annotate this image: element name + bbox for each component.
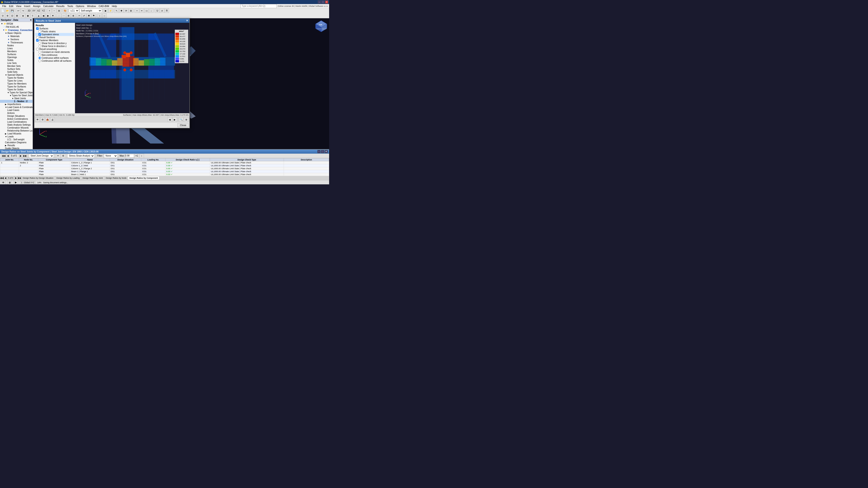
shear-y-item[interactable]: Shear force in direction y: [35, 42, 74, 45]
results-tb-nav-prev[interactable]: ◀: [167, 117, 172, 122]
tab-page-prev[interactable]: ◀: [4, 176, 7, 180]
tb-undo[interactable]: ↩: [16, 8, 21, 13]
tb2-19[interactable]: ⚑: [91, 13, 96, 18]
tb-render[interactable]: 🎨: [63, 8, 67, 13]
results-dialog-close-icon[interactable]: ✕: [186, 19, 188, 22]
basic-expand[interactable]: ▼: [5, 32, 7, 34]
tab-design-ratios-loading[interactable]: Design Ratios by Loading: [55, 176, 81, 180]
results-tb-3[interactable]: 📤: [45, 117, 50, 122]
bottom-minimize[interactable]: ─: [317, 150, 320, 153]
tb-play[interactable]: ▶: [103, 8, 108, 13]
nav-rel-load-cases[interactable]: Relationship Between Load Cases: [0, 129, 33, 132]
design-module-dropdown[interactable]: Steel Joint Design: [29, 154, 54, 158]
nav-close-icon[interactable]: ✕: [30, 19, 32, 21]
tb-xz[interactable]: XZ: [36, 8, 41, 13]
nav-results[interactable]: ▶ Results: [0, 144, 33, 147]
results-tb-1[interactable]: 👁: [35, 117, 40, 122]
table-row[interactable]: 1 Nodes: 2 Plate Column 1_2 | Flange 1 D…: [0, 161, 329, 164]
plastic-strains-checkbox[interactable]: [38, 30, 41, 33]
tb2-13[interactable]: ⋯: [61, 13, 66, 18]
nav-lc1[interactable]: LC1 : Self-weight: [0, 138, 33, 141]
tb2-14[interactable]: ⊕: [66, 13, 71, 18]
nav-imperfections[interactable]: ▶ Imperfections: [0, 103, 33, 106]
menu-view[interactable]: View: [15, 4, 23, 8]
table-row[interactable]: Plate Column 1_2 | Flange 2 DS1 CO1 0.00…: [0, 167, 329, 170]
tb-zoom-in[interactable]: +: [47, 8, 52, 13]
menu-window[interactable]: Window: [86, 4, 97, 8]
tb2-12[interactable]: ⋮: [57, 13, 61, 18]
result-sections-item[interactable]: Result Sections: [35, 36, 74, 39]
tb2-9[interactable]: ◀: [41, 13, 46, 18]
tb2-7[interactable]: ◊: [30, 13, 35, 18]
tb-node[interactable]: •: [135, 8, 139, 13]
tb-disp[interactable]: U: [155, 8, 160, 13]
nav-thicknesses[interactable]: ■ Thicknesses: [0, 41, 33, 44]
btb-edit[interactable]: ✏: [56, 154, 60, 158]
lw-expand[interactable]: ▶: [5, 133, 7, 135]
shear-z-item[interactable]: Shear force in direction z: [35, 45, 74, 48]
tb-3d[interactable]: 3D: [27, 8, 31, 13]
load-case-dropdown[interactable]: LC1: [69, 8, 79, 13]
plastic-strains-item[interactable]: Plastic strains: [35, 30, 74, 33]
tb-zoom-fit[interactable]: ⊞: [57, 8, 61, 13]
nav-member-sets[interactable]: Member Sets: [0, 65, 33, 68]
table-row[interactable]: 2 Plate Column 1_2 | Web DS1 CO1 0.00 ✓ …: [0, 164, 329, 167]
tb-surface[interactable]: ▭: [144, 8, 149, 13]
tb-save[interactable]: 💾: [10, 8, 14, 13]
status-icon-3[interactable]: ▶: [13, 180, 18, 185]
tab-design-ratios-node[interactable]: Design Ratios by Node: [104, 176, 128, 180]
results-tb-nav-next[interactable]: ▶: [173, 117, 177, 122]
menu-cad-bim[interactable]: CAD-BIM: [97, 4, 110, 8]
sj-expand[interactable]: ▼: [12, 97, 14, 100]
bottom-close[interactable]: ✕: [324, 150, 328, 153]
surfaces-tree-item[interactable]: Surfaces: [35, 27, 74, 30]
tb-select[interactable]: ↖: [114, 8, 119, 13]
steel-joints-expand[interactable]: ▼: [9, 94, 11, 97]
result-sections-checkbox[interactable]: [36, 36, 39, 39]
equiv-stress-checkbox[interactable]: [38, 33, 41, 36]
tb2-20[interactable]: ↕: [97, 13, 102, 18]
nav-file[interactable]: 📄 FM KG01.rf6: [0, 25, 33, 29]
tb2-21[interactable]: ↔: [102, 13, 107, 18]
bottom-maximize[interactable]: □: [321, 150, 324, 153]
nav-rfem[interactable]: ▼ 📁 RFEM: [0, 22, 33, 25]
continuous-surfaces-radio[interactable]: [38, 57, 41, 59]
menu-edit[interactable]: Edit: [8, 4, 15, 8]
tb2-18[interactable]: ✖: [87, 13, 91, 18]
menu-calculate[interactable]: Calculate: [42, 4, 55, 8]
nav-joint-1[interactable]: 1 - Nodes : 2: [0, 100, 33, 103]
btb-arrows[interactable]: ↕: [140, 154, 144, 158]
nav-design-sit[interactable]: Design Situations: [0, 115, 33, 118]
nav-members[interactable]: Members: [0, 50, 33, 53]
maximize-button[interactable]: □: [321, 0, 324, 4]
nav-types-steel-joints[interactable]: ▼ Types for Steel Joints: [0, 94, 33, 97]
fastener-members-item[interactable]: Fastener Members: [35, 39, 74, 42]
non-continuous-radio[interactable]: [38, 54, 41, 56]
nav-materials[interactable]: ■ Materials: [0, 35, 33, 38]
minimize-button[interactable]: ─: [318, 0, 321, 4]
non-continuous-item[interactable]: Non-continuous: [35, 54, 74, 57]
results-expand[interactable]: ▶: [5, 144, 7, 147]
nav-load-cases-comb[interactable]: ▼ Load Cases & Combinations: [0, 106, 33, 109]
nav-openings[interactable]: Openings: [0, 56, 33, 59]
continuous-all-item[interactable]: Continuous within all surfaces: [35, 59, 74, 62]
tb-stress[interactable]: σ: [160, 8, 164, 13]
surfaces-checkbox[interactable]: [36, 27, 39, 30]
tb-new[interactable]: 📄: [0, 8, 5, 13]
nav-calc-diagrams[interactable]: Calculation Diagrams: [0, 141, 33, 144]
tb-open[interactable]: 📂: [5, 8, 10, 13]
menu-tools[interactable]: Tools: [66, 4, 74, 8]
tb-redo[interactable]: ↪: [21, 8, 25, 13]
project-expand[interactable]: ▼: [3, 29, 5, 31]
rfem-expand[interactable]: ▼: [1, 23, 3, 25]
tab-design-ratios-component[interactable]: Design Ratios by Component: [128, 176, 160, 180]
nav-static-settings[interactable]: Static Analysis Settings: [0, 123, 33, 126]
nav-surface-sets[interactable]: Surface Sets: [0, 68, 33, 70]
nav-loads[interactable]: ▼ Loads: [0, 135, 33, 138]
table-row[interactable]: Plate Beam 1 | Web 1 DS1 CO1 0.03 ✓ UL10…: [0, 173, 329, 176]
types-special-expand[interactable]: ▼: [7, 92, 9, 94]
tb-move[interactable]: ✚: [119, 8, 124, 13]
nav-types-solids[interactable]: Types for Solids: [0, 88, 33, 91]
close-button[interactable]: ✕: [325, 0, 328, 4]
nav-special-objects[interactable]: ▼ Special Objects: [0, 73, 33, 76]
